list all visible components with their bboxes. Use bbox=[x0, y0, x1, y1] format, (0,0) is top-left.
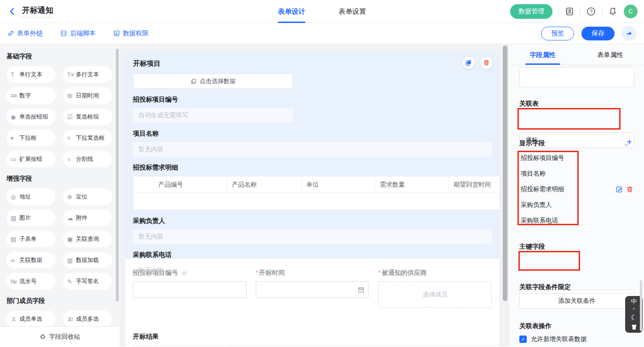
tab-form-properties[interactable]: 表单属性 bbox=[576, 44, 644, 65]
field-pill-signature[interactable]: ✎手写签名 bbox=[63, 273, 112, 290]
display-field-item[interactable]: 采购联系电话 bbox=[521, 216, 558, 226]
table-header: 名次 bbox=[155, 346, 231, 347]
table-operation-label: 关联表操作 bbox=[519, 322, 552, 330]
demand-detail-table[interactable]: 产品编号 产品名称 单位 需求数量 期望到货时间 bbox=[133, 176, 499, 210]
field-pill-dropdown-multi[interactable]: ▿下拉复选框 bbox=[63, 130, 112, 146]
help-icon[interactable]: ? bbox=[586, 7, 596, 16]
share-button[interactable] bbox=[621, 26, 637, 41]
recycle-icon: ♻ bbox=[40, 333, 46, 341]
display-field-item[interactable]: 项目名称 bbox=[521, 170, 546, 179]
backend-script-link[interactable]: 后端脚本 bbox=[60, 29, 96, 38]
bid-project-no-input[interactable] bbox=[133, 281, 247, 298]
open-time-input[interactable] bbox=[256, 281, 369, 298]
field-pill-attachment[interactable]: ☁附件 bbox=[63, 210, 112, 226]
table-header: 需求数量 bbox=[375, 176, 449, 193]
field-input-purchase-phone[interactable]: 暂无内容 bbox=[133, 263, 492, 278]
contacts-book-icon[interactable] bbox=[565, 7, 574, 16]
svg-text:7: 7 bbox=[361, 290, 362, 292]
display-field-item[interactable]: 采购负责人 bbox=[521, 201, 552, 210]
image-icon: ▨ bbox=[11, 215, 19, 222]
address-icon: ◎ bbox=[11, 193, 19, 200]
form-title[interactable]: 开标通知 bbox=[22, 5, 53, 17]
field-name-input[interactable] bbox=[519, 67, 634, 87]
ime-symbol-icon[interactable]: ♂ bbox=[632, 307, 636, 311]
select-data-label: 点击选择数据 bbox=[200, 77, 236, 85]
field-pill-subform[interactable]: ▤子表单 bbox=[6, 231, 56, 247]
add-condition-button[interactable]: 添加关联条件 bbox=[519, 293, 634, 309]
field-pill-dropdown[interactable]: ▾下拉框 bbox=[6, 130, 56, 146]
field-pill-extend-button[interactable]: ▭扩展按钮 bbox=[6, 151, 56, 167]
sidebar-scrollbar[interactable] bbox=[116, 49, 119, 301]
delete-block-button[interactable] bbox=[480, 57, 493, 69]
bid-result-table[interactable]: 名次 供应商 最终得分 bbox=[133, 345, 499, 347]
back-button[interactable] bbox=[8, 7, 17, 16]
field-pill-number[interactable]: 123数字 bbox=[6, 87, 56, 104]
ime-skin-icon[interactable] bbox=[631, 323, 638, 330]
select-data-button[interactable]: 点击选择数据 bbox=[133, 74, 293, 89]
top-tabs: 表单设计 表单设置 bbox=[278, 0, 366, 23]
linked-data-icon: ∞ bbox=[11, 257, 19, 264]
field-pill-location[interactable]: ⊕定位 bbox=[63, 188, 112, 205]
field-input-project-no[interactable]: 自动生成无需填写 bbox=[133, 108, 293, 123]
number-icon: 123 bbox=[11, 93, 19, 98]
edit-display-fields-button[interactable] bbox=[615, 185, 623, 193]
field-label: 开标结果 bbox=[133, 333, 492, 341]
data-manage-button[interactable]: 数据管理 bbox=[510, 4, 552, 19]
ime-lang-icon[interactable]: 中 bbox=[631, 298, 637, 304]
backend-script-label: 后端脚本 bbox=[70, 29, 96, 38]
condition-label: 关联字段条件限定 bbox=[519, 283, 571, 291]
field-pill-datetime[interactable]: ⊞日期时间 bbox=[63, 87, 112, 104]
top-right-controls: 数据管理 ? C bbox=[510, 4, 638, 19]
field-input-project-name[interactable]: 暂无内容 bbox=[133, 142, 492, 157]
field-pill-single-line-text[interactable]: T单行文本 bbox=[6, 66, 56, 83]
allow-add-related-label: 允许新增关联表数据 bbox=[531, 335, 587, 343]
recycle-label: 字段回收站 bbox=[49, 333, 80, 341]
field-pill-linked-query[interactable]: ▣关联查询 bbox=[63, 231, 112, 247]
toolbar: 表单外链 后端脚本 数据权限 预览 保存 bbox=[0, 23, 644, 44]
canvas-scrollbar[interactable] bbox=[503, 46, 507, 301]
checkbox-group-icon: ☑ bbox=[67, 114, 76, 120]
display-field-item[interactable]: 招投标需求明细 bbox=[521, 185, 564, 194]
field-pill-linked-data[interactable]: ∞关联数据 bbox=[6, 252, 56, 268]
field-pill-divider[interactable]: =分割线 bbox=[63, 151, 112, 167]
allow-add-related-row[interactable]: ✓ 允许新增关联表数据 bbox=[519, 335, 587, 343]
tab-form-settings[interactable]: 表单设置 bbox=[339, 0, 366, 23]
data-permission-link[interactable]: 数据权限 bbox=[113, 29, 149, 38]
field-pill-address[interactable]: ◎地址 bbox=[6, 188, 56, 205]
calendar-icon[interactable]: 7 bbox=[357, 285, 365, 294]
divider bbox=[558, 7, 559, 16]
permission-icon bbox=[113, 30, 120, 37]
field-pill-checkbox-group[interactable]: ☑复选框组 bbox=[63, 108, 112, 125]
primary-key-label: 主键字段 bbox=[519, 243, 545, 251]
field-pill-data-load[interactable]: ▥数据加载 bbox=[63, 252, 112, 268]
avatar[interactable]: C bbox=[624, 5, 638, 18]
multi-line-text-icon: T≡ bbox=[67, 71, 76, 78]
duplicate-button[interactable] bbox=[462, 57, 475, 69]
display-field-item[interactable]: 招投标项目编号 bbox=[521, 154, 564, 163]
panel-scrollbar[interactable] bbox=[640, 280, 642, 331]
bell-icon[interactable] bbox=[608, 7, 617, 16]
select-member-box[interactable]: 选择成员 bbox=[378, 281, 492, 308]
form-external-link[interactable]: 表单外链 bbox=[7, 29, 43, 38]
field-pill-serial-number[interactable]: №流水号 bbox=[6, 273, 56, 290]
field-recycle-bin[interactable]: ♻ 字段回收站 bbox=[0, 326, 120, 347]
save-button[interactable]: 保存 bbox=[581, 27, 615, 40]
add-display-field-button[interactable]: + bbox=[627, 138, 632, 146]
tab-field-properties[interactable]: 字段属性 bbox=[509, 44, 576, 65]
data-permission-label: 数据权限 bbox=[123, 29, 149, 38]
delete-display-fields-button[interactable] bbox=[626, 185, 633, 193]
ime-moon-icon[interactable]: ☾ bbox=[631, 314, 637, 321]
linked-data-block-selected[interactable]: 开标项目 点击选择数据 招投标项目编号 自动生成无需填写 项目名称 暂无内容 bbox=[126, 52, 499, 259]
extend-button-icon: ▭ bbox=[11, 156, 19, 163]
field-input-purchase-owner[interactable]: 暂无内容 bbox=[133, 229, 492, 244]
attachment-icon: ☁ bbox=[67, 215, 76, 222]
related-table-label: 关联表 bbox=[519, 100, 539, 108]
preview-button[interactable]: 预览 bbox=[541, 27, 574, 40]
tab-form-design[interactable]: 表单设计 bbox=[278, 0, 305, 23]
checkbox-checked-icon[interactable]: ✓ bbox=[519, 336, 527, 343]
field-pill-radio-group[interactable]: ◉单选按钮组 bbox=[6, 108, 56, 125]
section-member-fields: 部门成员字段 bbox=[6, 297, 112, 305]
field-pill-image[interactable]: ▨图片 bbox=[6, 210, 56, 226]
form-card: 开标项目 点击选择数据 招投标项目编号 自动生成无需填写 项目名称 暂无内容 bbox=[126, 52, 499, 347]
field-pill-multi-line-text[interactable]: T≡多行文本 bbox=[63, 66, 112, 83]
